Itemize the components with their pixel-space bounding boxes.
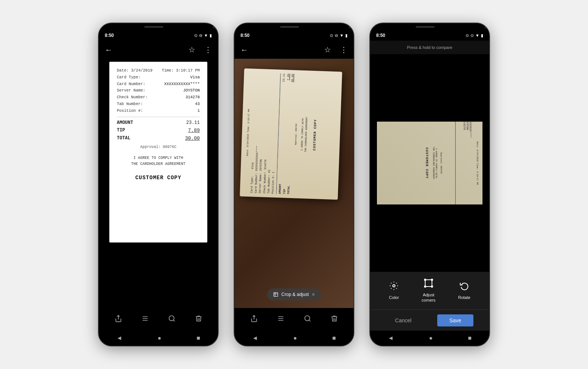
svg-point-16 (431, 279, 433, 281)
receipt-server-row: Server Name: JOYSTON (117, 88, 200, 94)
nav-bar-3: ◄ ● ■ (370, 331, 489, 346)
save-button[interactable]: Save (437, 314, 473, 326)
adjust-corners-icon (424, 279, 433, 290)
svg-point-13 (393, 285, 395, 287)
menu-button-2[interactable]: ⋮ (338, 44, 349, 56)
receipt-total-row: TOTAL 30.00 (117, 136, 200, 141)
share-icon-2[interactable] (247, 312, 261, 327)
color-tool[interactable]: Color (389, 281, 399, 300)
adjust-icon-1[interactable] (138, 312, 152, 327)
bookmark-button-1[interactable]: ☆ (187, 44, 197, 56)
phone-1: 8:50 ⊙ ⊖ ▼ ▮ ← ☆ ⋮ Date: 3/24/2019 Time:… (98, 23, 219, 346)
svg-line-4 (173, 320, 175, 321)
phone-3: 8:50 ⊙ ⊙ ▼ ▮ Press & hold to compare Dat… (369, 23, 490, 346)
nav-bar-1: ◄ ● ■ (99, 331, 218, 346)
rotate-icon (460, 281, 469, 293)
card-type-value: Visa (190, 75, 200, 81)
circle-icon-1: ⊖ (199, 33, 202, 38)
status-time-1: 8:50 (105, 33, 114, 38)
rotated-receipt: Date: 3/24/2019 Time: 3:10:17 PM Card Ty… (377, 122, 482, 204)
eye-icon-3: ⊙ (466, 33, 469, 38)
cancel-button[interactable]: Cancel (386, 314, 421, 326)
back-button-2[interactable]: ← (239, 44, 250, 56)
home-nav-1[interactable]: ● (150, 332, 169, 344)
delete-icon-2[interactable] (328, 312, 341, 327)
check-number-label: Check Number: (117, 95, 148, 101)
recents-nav-2[interactable]: ■ (325, 332, 344, 344)
eye-icon-2: ⊙ (330, 33, 333, 38)
bottom-toolbar-2 (234, 308, 354, 331)
adjust-corners-label: Adjust corners (422, 292, 436, 303)
svg-point-18 (431, 286, 433, 287)
status-bar-2: 8:50 ⊙ ⊖ ▼ ▮ (234, 30, 354, 41)
camera-3 (484, 25, 488, 29)
card-number-label: Card Number: (117, 81, 145, 87)
app-bar-1: ← ☆ ⋮ (99, 41, 218, 59)
crop-badge-label: Crop & adjust (282, 292, 309, 297)
wifi-icon-1: ▼ (204, 33, 208, 38)
svg-point-3 (169, 316, 174, 320)
receipt-amount-row: AMOUNT 23.11 (117, 120, 200, 125)
rotated-receipt-area: Date: 3/24/2019 Time: 3:10:17 PM Card Ty… (370, 54, 489, 272)
app-bar-2: ← ☆ ⋮ (234, 41, 354, 59)
crop-adjust-badge[interactable]: Crop & adjust × (267, 288, 321, 300)
home-nav-2[interactable]: ● (286, 332, 305, 344)
adjust-icon-2[interactable] (274, 312, 288, 327)
delete-icon-1[interactable] (192, 312, 205, 327)
rotate-tool[interactable]: Rotate (458, 281, 470, 300)
receipt-customer-copy: CUSTOMER COPY (117, 175, 200, 181)
receipt-date-row: Date: 3/24/2019 Time: 3:10:17 PM (117, 68, 200, 74)
battery-icon-3: ▮ (481, 33, 483, 38)
wifi-icon-3: ▼ (475, 33, 479, 38)
back-nav-2[interactable]: ◄ (245, 332, 266, 344)
scan-icon-1[interactable] (165, 312, 179, 327)
home-nav-3[interactable]: ● (421, 332, 440, 344)
svg-line-12 (309, 320, 310, 321)
check-number-value: 314278 (185, 95, 200, 101)
status-bar-3: 8:50 ⊙ ⊙ ▼ ▮ (370, 30, 489, 41)
back-nav-3[interactable]: ◄ (380, 332, 401, 344)
phone3-content: Press & hold to compare Date: 3/24/2019 … (370, 41, 489, 331)
bottom-toolbar-1 (99, 308, 218, 331)
receipt-container-1: Date: 3/24/2019 Time: 3:10:17 PM Card Ty… (99, 59, 218, 308)
status-icons-2: ⊙ ⊖ ▼ ▮ (330, 33, 348, 38)
receipt-tab-row: Tab Number: 43 (117, 101, 200, 107)
app-bar-right-1: ☆ ⋮ (187, 44, 213, 56)
tip-value: 7.89 (188, 128, 200, 133)
bookmark-button-2[interactable]: ☆ (323, 44, 332, 56)
top-sensors-2 (234, 23, 354, 30)
camera-1 (213, 25, 217, 29)
content-1: Date: 3/24/2019 Time: 3:10:17 PM Card Ty… (99, 59, 218, 308)
total-value: 30.00 (185, 136, 200, 141)
crop-badge-close[interactable]: × (312, 291, 315, 297)
share-icon-1[interactable] (112, 312, 125, 327)
recents-nav-1[interactable]: ■ (189, 332, 208, 344)
amount-value: 23.11 (186, 120, 200, 125)
back-button-1[interactable]: ← (103, 44, 114, 56)
receipt-tip-row: TIP 7.89 (117, 128, 200, 133)
agreement-line1: I AGREE TO COMPLY WITH (117, 155, 200, 161)
back-nav-1[interactable]: ◄ (109, 332, 130, 344)
color-label: Color (389, 295, 399, 300)
status-icons-1: ⊙ ⊖ ▼ ▮ (194, 33, 212, 38)
receipt-date: Date: 3/24/2019 (117, 68, 153, 74)
receipt-approval: Approval: 00976C (117, 145, 200, 149)
adjust-corners-tool[interactable]: Adjust corners (422, 279, 436, 303)
recents-nav-3[interactable]: ■ (461, 332, 479, 344)
position-label: Position #: (117, 108, 143, 114)
position-value: 1 (198, 108, 200, 114)
svg-point-15 (424, 279, 426, 281)
eye-icon-1: ⊙ (194, 33, 198, 38)
server-name-value: JOYSTON (183, 88, 200, 94)
speaker-1 (144, 26, 163, 28)
total-label: TOTAL (117, 136, 130, 141)
press-hold-bar: Press & hold to compare (370, 41, 489, 54)
tip-label: TIP (117, 128, 125, 133)
phone-2: 8:50 ⊙ ⊖ ▼ ▮ ← ☆ ⋮ Date: 3/24/2019 Time:… (234, 23, 354, 346)
menu-button-1[interactable]: ⋮ (203, 44, 213, 56)
amount-label: AMOUNT (117, 120, 133, 125)
status-icons-3: ⊙ ⊙ ▼ ▮ (466, 33, 483, 38)
tab-number-value: 43 (195, 101, 200, 107)
scan-icon-2[interactable] (301, 312, 314, 327)
receipt-check-row: Check Number: 314278 (117, 95, 200, 101)
